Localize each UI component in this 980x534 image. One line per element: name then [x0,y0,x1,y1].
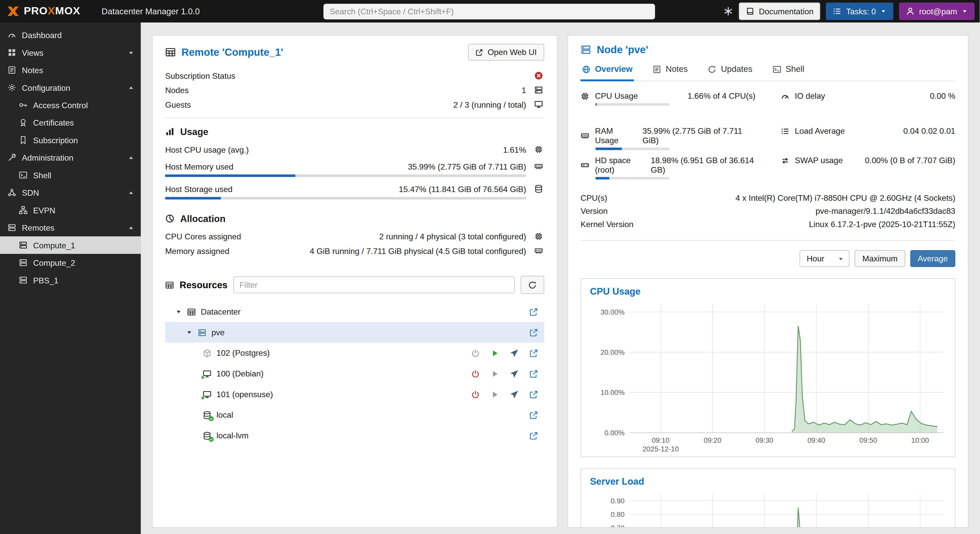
node-icon [198,328,207,337]
refresh-button[interactable] [520,276,544,294]
resources-filter-input[interactable] [233,277,515,293]
terminal-icon [19,170,27,179]
metric-load-average: Load Average0.04 0.02 0.01 [780,126,955,150]
svg-text:09:30: 09:30 [756,436,773,444]
migrate-icon[interactable] [510,348,519,357]
external-link-icon[interactable] [529,431,538,440]
tab-overview[interactable]: Overview [581,62,634,81]
tree-row-vm-102[interactable]: 102 (Postgres) [165,343,544,364]
shutdown-icon[interactable] [471,348,480,357]
remote-panel-header: Remote 'Compute_1' Open Web UI [165,44,544,60]
remote-panel-title: Remote 'Compute_1' [181,46,283,58]
version-row: Versionpve-manager/9.1.1/42db4a6cf33dac8… [581,207,955,216]
external-link-icon[interactable] [529,328,538,337]
sidebar-item-administration[interactable]: Administration [0,149,141,166]
tree-row-storage-local-lvm[interactable]: local-lvm [165,425,544,446]
svg-text:09:10: 09:10 [652,436,669,444]
shutdown-icon[interactable] [471,369,480,378]
migrate-icon[interactable] [510,390,519,399]
metric-ram-usage: RAM Usage35.99% (2.775 GiB of 7.711 GiB) [581,126,755,150]
certificate-icon [19,118,27,127]
ok-badge-icon [208,416,214,421]
tree-row-storage-local[interactable]: local [165,405,544,425]
tab-updates[interactable]: Updates [706,62,754,81]
sidebar-item-certificates[interactable]: Certificates [0,114,141,131]
external-link-icon[interactable] [529,390,538,399]
time-range-select[interactable]: Hour [800,250,850,267]
documentation-button[interactable]: Documentation [739,3,820,20]
start-icon[interactable] [490,369,499,378]
sidebar-item-compute-1[interactable]: Compute_1 [0,236,141,254]
tree-row-pve[interactable]: pve [165,322,544,343]
svg-text:2025-12-10: 2025-12-10 [643,445,679,453]
external-link-icon[interactable] [529,410,538,419]
running-badge-icon [200,395,206,400]
tree-row-datacenter[interactable]: Datacenter [165,301,544,322]
sidebar-item-evpn[interactable]: EVPN [0,201,141,219]
ribbon-icon [19,136,27,145]
open-web-ui-button[interactable]: Open Web UI [468,44,544,60]
svg-text:30.00%: 30.00% [601,308,625,316]
guests-row: Guests 2 / 3 (running / total) [165,98,544,111]
sidebar-item-dashboard[interactable]: Dashboard [0,26,141,44]
external-link-icon[interactable] [529,369,538,378]
asterisk-icon[interactable] [723,6,733,16]
start-icon[interactable] [490,390,499,399]
sidebar-item-access-control[interactable]: Access Control [0,97,141,114]
cpu-usage-progress [596,103,670,106]
cpu-usage-chart-card: CPU Usage 09:102025-12-1009:2009:3009:40… [581,278,955,457]
status-error-icon [534,72,543,80]
sidebar-item-subscription[interactable]: Subscription [0,131,141,149]
remote-icon [165,47,176,57]
proxmox-x-logo-icon [6,4,20,18]
chevron-down-icon [962,8,968,14]
ram-usage-progress [596,148,670,150]
task-list-icon [833,7,842,16]
maximum-button[interactable]: Maximum [855,250,905,267]
chevron-up-icon [128,224,135,231]
key-icon [19,101,27,110]
host-cpu-row: Host CPU usage (avg.) 1.61% [165,143,544,156]
tasks-button[interactable]: Tasks: 0 [826,3,893,20]
sidebar-item-remotes[interactable]: Remotes [0,219,141,236]
server-icon [534,86,543,94]
running-badge-icon [200,374,206,380]
global-search [323,3,655,19]
tree-row-vm-100[interactable]: 100 (Debian) [165,364,544,384]
external-link-icon[interactable] [529,307,538,316]
svg-text:09:50: 09:50 [859,436,877,444]
app-root: PROXMOX Datacenter Manager 1.0.0 Documen… [0,0,980,534]
start-icon[interactable] [490,348,499,357]
search-input[interactable] [323,3,655,19]
sidebar-item-pbs-1[interactable]: PBS_1 [0,271,141,289]
metric-hd-space: HD space (root)18.98% (6.951 GB of 36.61… [581,156,755,180]
gears-icon [8,83,16,92]
chevron-down-icon [838,256,844,262]
tree-row-vm-101[interactable]: 101 (opensuse) [165,384,544,405]
shutdown-icon[interactable] [471,390,480,399]
sidebar-item-sdn[interactable]: SDN [0,184,141,201]
network-icon [8,188,16,197]
average-button[interactable]: Average [910,250,955,267]
sidebar-item-shell[interactable]: Shell [0,166,141,184]
load-icon [780,127,789,135]
caret-down-icon[interactable] [186,329,192,336]
ram-icon [534,162,543,170]
tab-notes[interactable]: Notes [651,62,689,81]
server-icon [19,258,27,267]
tab-shell[interactable]: Shell [771,62,806,81]
chevron-up-icon [128,189,135,196]
sidebar-item-views[interactable]: Views [0,44,141,61]
user-menu-button[interactable]: root@pam [899,3,975,20]
content-area: Remote 'Compute_1' Open Web UI Subscript… [141,22,980,534]
host-memory-row: Host Memory used 35.99% (2.775 GiB of 7.… [165,160,544,173]
sidebar-item-configuration[interactable]: Configuration [0,79,141,96]
external-link-icon[interactable] [529,348,538,357]
datacenter-icon [187,307,196,316]
server-load-chart-card: Server Load 09:102025-12-1009:2009:3009:… [581,468,955,528]
sidebar-item-notes[interactable]: Notes [0,61,141,79]
sidebar-item-compute-2[interactable]: Compute_2 [0,254,141,271]
refresh-icon [528,281,537,289]
caret-down-icon[interactable] [175,308,182,315]
migrate-icon[interactable] [510,369,519,378]
